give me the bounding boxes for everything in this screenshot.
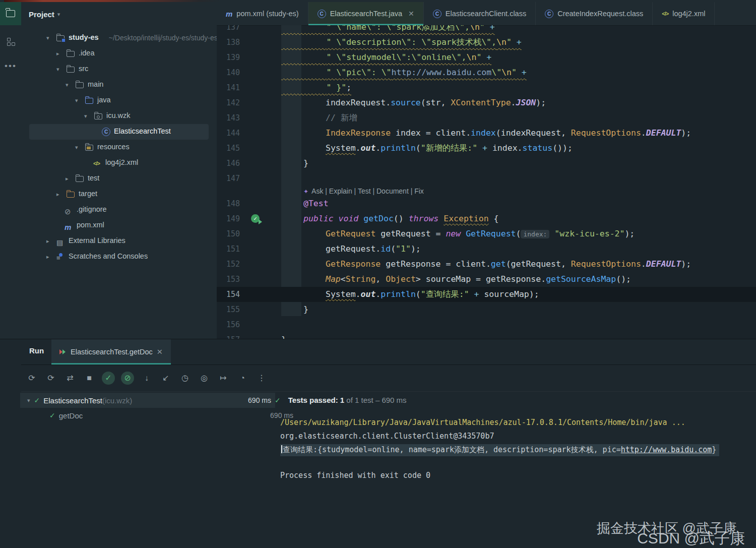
code-line-144[interactable]: 144IndexResponse index = client.index(in…: [217, 126, 756, 141]
editor-tab-elasticsearchtest-java[interactable]: CElasticsearchTest.java✕: [308, 2, 424, 25]
editor-tab-pom-xml-study-es-[interactable]: mpom.xml (study-es): [217, 2, 308, 25]
test-row-elasticsearchtest[interactable]: ▾✓ElasticsearchTest (icu.wzk)690 ms: [20, 393, 275, 408]
collapse-all-icon[interactable]: ↙: [159, 372, 172, 385]
ai-actions-hint[interactable]: ✦Ask | Explain | Test | Document | Fix: [217, 186, 756, 196]
tree-item-src[interactable]: ▾src: [21, 62, 217, 77]
tree-item-external-libraries[interactable]: ▸▤External Libraries: [21, 233, 217, 249]
show-ignored-icon[interactable]: ⊘: [121, 372, 134, 385]
code-line-147[interactable]: 147: [217, 171, 756, 186]
chevron-down-icon[interactable]: ▾: [66, 82, 69, 88]
test-row-getdoc[interactable]: ✓getDoc690 ms: [20, 408, 297, 423]
line-number[interactable]: 150: [217, 226, 240, 241]
tree-item-test[interactable]: ▸test: [21, 171, 217, 187]
project-panel-header[interactable]: Project ▾: [29, 7, 60, 21]
tree-item-study-es[interactable]: ▾study-es~/Desktop/intellij/study-es/stu…: [21, 30, 217, 46]
tree-item--idea[interactable]: ▸.idea: [21, 46, 217, 62]
code-line-152[interactable]: 152GetResponse getResponse = client.get(…: [217, 257, 756, 272]
rerun-icon[interactable]: ⟳: [25, 372, 38, 385]
line-number[interactable]: 138: [217, 35, 240, 50]
line-number[interactable]: 157: [217, 332, 240, 339]
export-results-icon[interactable]: ↦: [217, 372, 230, 385]
code-line-151[interactable]: 151getRequest.id("1");: [217, 241, 756, 257]
structure-tool-button[interactable]: [0, 30, 21, 53]
tree-item-main[interactable]: ▾main: [21, 77, 217, 93]
editor-tab-log4j2-xml[interactable]: </>log4j2.xml: [653, 2, 715, 25]
line-number[interactable]: 153: [217, 272, 240, 287]
project-tool-button[interactable]: [0, 2, 21, 25]
chevron-down-icon[interactable]: ▾: [46, 35, 49, 41]
line-number[interactable]: 145: [217, 141, 240, 156]
chevron-right-icon[interactable]: ▸: [56, 50, 59, 57]
code-line-153[interactable]: 153Map<String, Object> sourceMap = getRe…: [217, 272, 756, 287]
code-line-143[interactable]: 143// 新增: [217, 110, 756, 126]
editor[interactable]: mpom.xml (study-es)CElasticsearchTest.ja…: [217, 2, 756, 339]
chevron-down-icon[interactable]: ▾: [56, 66, 59, 73]
close-icon[interactable]: ✕: [408, 10, 414, 18]
code-line-155[interactable]: 155}: [217, 302, 756, 317]
chevron-down-icon[interactable]: ▾: [75, 144, 78, 151]
tree-item-icu-wzk[interactable]: ▾icu.wzk: [21, 108, 217, 124]
line-number[interactable]: 143: [217, 110, 240, 126]
more-options-icon[interactable]: ⋮: [255, 372, 268, 385]
line-number[interactable]: 146: [217, 156, 240, 171]
code-line-145[interactable]: 145System.out.println("新增的结果:" + index.s…: [217, 141, 756, 156]
code-line-139[interactable]: 139 " \"studymodel\":\"online\",\n" +: [217, 50, 756, 65]
line-number[interactable]: 139: [217, 50, 240, 65]
code-line-149[interactable]: 149✓public void getDoc() throws Exceptio…: [217, 211, 756, 226]
code-line-141[interactable]: 141 " }";: [217, 80, 756, 95]
chevron-down-icon[interactable]: ▾: [84, 113, 87, 119]
code-line-150[interactable]: 150GetRequest getRequest = new GetReques…: [217, 226, 756, 241]
tree-item-resources[interactable]: ▾resources: [21, 140, 217, 155]
line-number[interactable]: 142: [217, 95, 240, 110]
tree-item-java[interactable]: ▾java: [21, 93, 217, 108]
line-number[interactable]: 155: [217, 302, 240, 317]
line-number[interactable]: 152: [217, 257, 240, 272]
tree-item-target[interactable]: ▸target: [21, 187, 217, 202]
code-line-154[interactable]: 154System.out.println("查询结果:" + sourceMa…: [217, 287, 756, 302]
line-number[interactable]: 156: [217, 317, 240, 332]
chevron-right-icon[interactable]: ▸: [46, 254, 49, 260]
code-line-156[interactable]: 156: [217, 317, 756, 332]
line-number[interactable]: 137: [217, 25, 240, 35]
more-tools-button[interactable]: •••: [0, 54, 21, 78]
coverage-icon[interactable]: ◔: [236, 372, 249, 385]
line-number[interactable]: 141: [217, 80, 240, 95]
close-icon[interactable]: ✕: [157, 348, 163, 356]
show-passed-icon[interactable]: ✓: [102, 372, 115, 385]
line-number[interactable]: 144: [217, 126, 240, 141]
tree-item-scratches-and-consoles[interactable]: ▸≡Scratches and Consoles: [21, 249, 217, 265]
sort-by-duration-icon[interactable]: ↓: [140, 372, 153, 385]
code-line-148[interactable]: 148@Test: [217, 196, 756, 211]
line-number[interactable]: 147: [217, 171, 240, 186]
test-passed-run-icon[interactable]: ✓: [251, 214, 260, 223]
chevron-right-icon[interactable]: ▸: [56, 191, 59, 198]
editor-tab-elasticsearchclient-class[interactable]: CElasticsearchClient.class: [424, 2, 536, 25]
auto-retest-icon[interactable]: ⇄: [64, 372, 77, 385]
code-line-140[interactable]: 140 " \"pic\": \"http://www.baidu.com\"\…: [217, 65, 756, 80]
line-number[interactable]: 151: [217, 241, 240, 257]
run-config-tab[interactable]: ElasticsearchTest.getDoc ✕: [51, 339, 171, 364]
line-number[interactable]: 140: [217, 65, 240, 80]
code-line-157[interactable]: 157}: [217, 332, 756, 339]
tree-item-pom-xml[interactable]: mpom.xml: [21, 218, 217, 233]
screenshot-icon[interactable]: ◎: [198, 372, 211, 385]
code-editor[interactable]: 137 " \"name\": \"spark添加文档\",\n" +138 "…: [217, 25, 756, 339]
code-line-142[interactable]: 142indexRequest.source(str, XContentType…: [217, 95, 756, 110]
code-line-146[interactable]: 146}: [217, 156, 756, 171]
code-line-137[interactable]: 137 " \"name\": \"spark添加文档\",\n" +: [217, 25, 756, 35]
tree-item-elasticsearchtest[interactable]: CElasticsearchTest: [21, 124, 217, 140]
chevron-down-icon[interactable]: ▾: [75, 97, 78, 104]
tree-item-log4j2-xml[interactable]: </>log4j2.xml: [21, 155, 217, 171]
rerun-failed-icon[interactable]: ⟳: [44, 372, 57, 385]
line-number[interactable]: 154: [217, 287, 240, 302]
test-history-icon[interactable]: ◷: [178, 372, 192, 385]
chevron-down-icon[interactable]: ▾: [27, 397, 30, 404]
baidu-link[interactable]: http://www.baidu.com: [621, 445, 712, 454]
line-number[interactable]: 149: [217, 211, 240, 226]
code-line-138[interactable]: 138 " \"description\": \"spark技术栈\",\n" …: [217, 35, 756, 50]
chevron-right-icon[interactable]: ▸: [66, 175, 69, 182]
tree-item--gitignore[interactable]: ⊘.gitignore: [21, 202, 217, 218]
chevron-right-icon[interactable]: ▸: [46, 238, 49, 245]
editor-tab-createindexrequest-class[interactable]: CCreateIndexRequest.class: [536, 2, 653, 25]
line-number[interactable]: 148: [217, 196, 240, 211]
